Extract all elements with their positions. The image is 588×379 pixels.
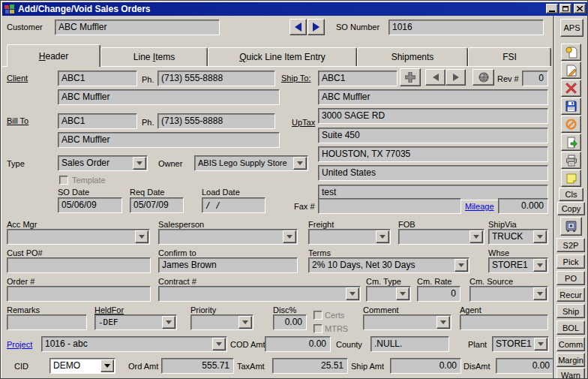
- notes-button[interactable]: [561, 170, 581, 187]
- minimize-button[interactable]: [546, 4, 558, 14]
- so-date-field[interactable]: 05/06/09: [58, 197, 122, 213]
- chevron-down-icon[interactable]: [396, 287, 410, 300]
- certs-checkbox[interactable]: [314, 311, 322, 320]
- chevron-down-icon[interactable]: [283, 230, 296, 243]
- mtrs-checkbox[interactable]: [314, 324, 322, 333]
- tab-header[interactable]: Header: [7, 44, 100, 67]
- print-button[interactable]: [561, 152, 581, 169]
- copy-button[interactable]: Copy: [557, 202, 585, 215]
- tab-shipments[interactable]: Shipments: [357, 47, 468, 66]
- chevron-down-icon[interactable]: [436, 316, 450, 329]
- tab-quick-line-item-entry[interactable]: Quick Line Item Entry: [208, 47, 357, 66]
- salesperson-dropdown[interactable]: [158, 229, 298, 245]
- chevron-down-icon[interactable]: [133, 157, 146, 170]
- cust-po-field[interactable]: [7, 257, 151, 273]
- chevron-down-icon[interactable]: [470, 230, 483, 243]
- confirm-to-field[interactable]: James Brown: [158, 257, 298, 273]
- chevron-down-icon[interactable]: [293, 157, 307, 170]
- maximize-button[interactable]: [560, 4, 572, 14]
- ship-to-address2-field[interactable]: Suite 450: [318, 128, 548, 143]
- pick-button[interactable]: Pick: [556, 254, 585, 269]
- exit-button[interactable]: [561, 134, 581, 151]
- mileage-field[interactable]: 0.000: [498, 198, 548, 214]
- owner-dropdown[interactable]: ABIS Lego Supply Store: [194, 155, 308, 171]
- chevron-down-icon[interactable]: [533, 287, 547, 300]
- fax-field[interactable]: [318, 198, 461, 214]
- s2p-button[interactable]: S2P: [556, 238, 585, 252]
- save-order-button[interactable]: [561, 98, 581, 115]
- margin-button[interactable]: Margin: [556, 353, 585, 367]
- remarks-field[interactable]: [7, 314, 87, 330]
- req-date-field[interactable]: 05/07/09: [130, 197, 184, 213]
- project-dropdown[interactable]: 1016 - abc: [41, 336, 227, 352]
- disc-pct-field[interactable]: 0.00: [273, 314, 307, 330]
- cm-type-dropdown[interactable]: [366, 286, 411, 302]
- held-for-dropdown[interactable]: -DEF: [94, 314, 177, 330]
- type-dropdown[interactable]: Sales Order: [58, 155, 148, 171]
- freight-dropdown[interactable]: [308, 229, 391, 245]
- ship-to-address1-field[interactable]: 3000 SAGE RD: [318, 108, 548, 124]
- po-button[interactable]: PO: [556, 271, 585, 285]
- fob-dropdown[interactable]: [398, 229, 484, 245]
- edit-order-button[interactable]: [561, 62, 581, 79]
- ship-to-country-field[interactable]: United States: [318, 165, 548, 181]
- cid-combobox[interactable]: DEMO: [50, 358, 116, 374]
- cm-rate-field[interactable]: 0: [417, 286, 460, 302]
- comment-dropdown[interactable]: [363, 314, 452, 330]
- agent-field[interactable]: [460, 314, 548, 330]
- delete-order-button[interactable]: [561, 80, 581, 97]
- client-phone-field[interactable]: (713) 555-8888: [158, 71, 275, 86]
- ship-button[interactable]: Ship: [556, 304, 585, 318]
- chevron-down-icon[interactable]: [212, 338, 226, 350]
- client-name-field[interactable]: ABC Muffler: [58, 89, 280, 105]
- priority-dropdown[interactable]: [190, 314, 254, 330]
- rev-number-field[interactable]: 0: [522, 71, 548, 86]
- tab-fsi[interactable]: FSI: [468, 47, 551, 66]
- warn-button[interactable]: Warn: [556, 368, 585, 379]
- vault-button[interactable]: [560, 217, 582, 236]
- bill-to-label[interactable]: Bill To: [7, 116, 28, 125]
- client-code-field[interactable]: ABC1: [58, 71, 137, 86]
- project-link[interactable]: Project: [7, 340, 32, 349]
- next-ship-to-button[interactable]: [446, 69, 466, 86]
- order-number-field[interactable]: [7, 286, 151, 302]
- acc-mgr-dropdown[interactable]: [7, 229, 150, 245]
- plant-dropdown[interactable]: STORE1: [492, 336, 549, 352]
- chevron-down-icon[interactable]: [376, 230, 389, 243]
- tab-line-items[interactable]: Line Items: [100, 47, 208, 66]
- bill-to-phone-field[interactable]: (713) 555-8888: [158, 113, 275, 129]
- cm-source-dropdown[interactable]: [470, 286, 548, 302]
- ship-to-code-field[interactable]: ABC1: [318, 71, 398, 86]
- chevron-down-icon[interactable]: [162, 316, 176, 329]
- prev-order-button[interactable]: [290, 19, 307, 35]
- chevron-down-icon[interactable]: [454, 259, 468, 272]
- comm-button[interactable]: Comm: [556, 337, 585, 351]
- chevron-down-icon[interactable]: [135, 230, 148, 243]
- new-order-button[interactable]: [561, 44, 581, 61]
- bill-to-name-field[interactable]: ABC Muffler: [58, 132, 280, 148]
- bill-to-code-field[interactable]: ABC1: [58, 113, 137, 129]
- map-button[interactable]: [472, 69, 494, 86]
- aps-button[interactable]: APS: [560, 19, 584, 37]
- uptax-label[interactable]: UpTax: [292, 118, 315, 127]
- whse-dropdown[interactable]: STORE1: [488, 257, 548, 273]
- load-date-field[interactable]: / /: [202, 197, 266, 213]
- chevron-down-icon[interactable]: [533, 230, 547, 243]
- contract-number-dropdown[interactable]: [158, 286, 361, 302]
- chevron-down-icon[interactable]: [534, 338, 548, 350]
- ship-to-label[interactable]: Ship To:: [281, 74, 311, 83]
- client-label[interactable]: Client: [7, 74, 28, 83]
- county-field[interactable]: .NULL.: [370, 336, 449, 352]
- template-checkbox[interactable]: [59, 176, 68, 185]
- cancel-button[interactable]: [561, 116, 581, 133]
- next-order-button[interactable]: [308, 19, 325, 35]
- recur-button[interactable]: Recur: [556, 287, 585, 302]
- chevron-down-icon[interactable]: [238, 316, 252, 329]
- terms-dropdown[interactable]: 2% 10 Days, Net 30 Days: [308, 257, 470, 273]
- so-number-field[interactable]: 1016: [388, 20, 544, 35]
- ship-to-city-field[interactable]: HOUSTON, TX 77035: [318, 146, 548, 162]
- cod-amt-field[interactable]: 0.00: [265, 336, 331, 352]
- chevron-down-icon[interactable]: [346, 287, 359, 300]
- ship-to-name-field[interactable]: ABC Muffler: [318, 89, 548, 105]
- add-ship-to-button[interactable]: [400, 68, 421, 86]
